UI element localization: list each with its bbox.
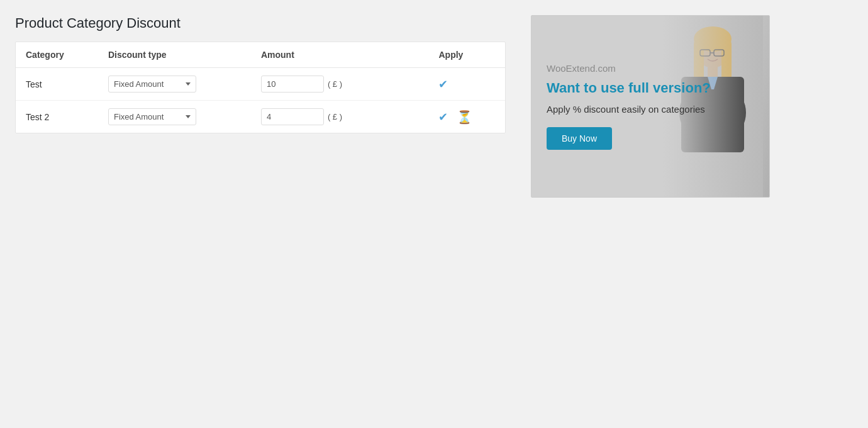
row-1-category: Test 2 xyxy=(16,101,98,133)
row-0-discount-select[interactable]: Fixed AmountPercentage xyxy=(108,76,196,93)
ad-panel: WooExtend.com Want to use full version? … xyxy=(531,15,770,198)
main-content: Product Category Discount Category Disco… xyxy=(15,15,506,133)
table-row: TestFixed AmountPercentage( £ )✔ xyxy=(16,68,505,101)
row-0-apply-check[interactable]: ✔ xyxy=(438,77,448,91)
col-header-apply: Apply xyxy=(428,42,505,68)
row-1-discount-type-cell: Fixed AmountPercentage xyxy=(98,101,251,133)
col-header-category: Category xyxy=(16,42,98,68)
row-1-apply-check[interactable]: ✔ xyxy=(438,110,448,124)
buy-now-button[interactable]: Buy Now xyxy=(547,127,612,150)
ad-title: Want to use full version? xyxy=(547,80,754,96)
row-1-apply-cell: ✔⏳ xyxy=(428,101,505,133)
row-0-currency-label: ( £ ) xyxy=(328,79,342,89)
row-0-apply-cell: ✔ xyxy=(428,68,505,101)
col-header-amount: Amount xyxy=(251,42,429,68)
ad-content: WooExtend.com Want to use full version? … xyxy=(531,16,769,197)
row-1-hourglass-icon: ⏳ xyxy=(457,110,472,125)
col-header-discount-type: Discount type xyxy=(98,42,251,68)
row-1-amount-cell: ( £ ) xyxy=(251,101,429,133)
row-0-amount-cell: ( £ ) xyxy=(251,68,429,101)
discount-table: Category Discount type Amount Apply Test… xyxy=(16,42,505,133)
row-0-amount-input[interactable] xyxy=(261,76,324,93)
row-1-discount-select[interactable]: Fixed AmountPercentage xyxy=(108,108,196,125)
row-0-discount-type-cell: Fixed AmountPercentage xyxy=(98,68,251,101)
discount-table-wrapper: Category Discount type Amount Apply Test… xyxy=(15,42,506,133)
row-0-category: Test xyxy=(16,68,98,101)
row-1-amount-input[interactable] xyxy=(261,108,324,125)
ad-subtitle: Apply % discount easily on categories xyxy=(547,103,754,116)
ad-site-label: WooExtend.com xyxy=(547,63,754,74)
row-1-currency-label: ( £ ) xyxy=(328,112,342,121)
page-title: Product Category Discount xyxy=(15,15,506,31)
table-row: Test 2Fixed AmountPercentage( £ )✔⏳ xyxy=(16,101,505,133)
